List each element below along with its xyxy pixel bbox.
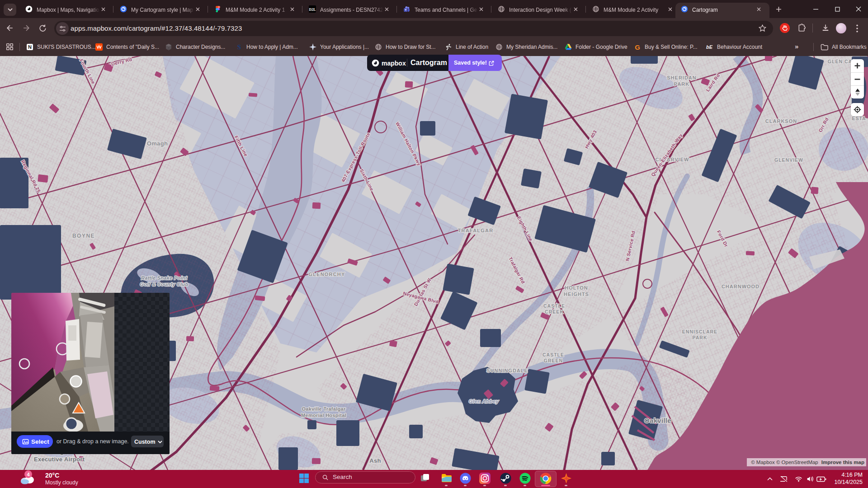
svg-text:CREEK: CREEK: [545, 309, 564, 314]
svg-text:CLARKSON: CLARKSON: [765, 118, 797, 124]
svg-text:TRAFALGAR: TRAFALGAR: [458, 228, 494, 233]
svg-text:BOYNE: BOYNE: [72, 233, 95, 239]
svg-text:PARK: PARK: [674, 81, 689, 87]
svg-text:bE: bE: [706, 44, 713, 50]
svg-text:GLENVIEW: GLENVIEW: [774, 157, 803, 163]
svg-text:G: G: [635, 43, 640, 51]
svg-text:SHERIDAN: SHERIDAN: [667, 75, 696, 80]
svg-text:D2L: D2L: [309, 8, 316, 12]
svg-text:HEIGHTS: HEIGHTS: [564, 291, 589, 297]
svg-text:Glen Abbey: Glen Abbey: [469, 399, 499, 404]
svg-text:Rattle Snake Point: Rattle Snake Point: [141, 275, 188, 281]
svg-text:HOLTON: HOLTON: [565, 285, 588, 291]
svg-text:Omagh: Omagh: [147, 140, 168, 147]
svg-text:CASTLE: CASTLE: [543, 303, 565, 309]
svg-text:CHARNWOOD: CHARNWOOD: [722, 284, 760, 289]
svg-text:ESTA: ESTA: [852, 116, 866, 121]
svg-text:S: S: [237, 43, 241, 51]
svg-text:T: T: [405, 9, 406, 11]
svg-text:Oakville Trafalgar: Oakville Trafalgar: [302, 406, 346, 412]
svg-text:ENNISCLARE: ENNISCLARE: [682, 329, 717, 334]
svg-text:GLENORCHY: GLENORCHY: [308, 272, 345, 277]
svg-text:Oakville: Oakville: [644, 417, 671, 424]
svg-text:N: N: [28, 44, 32, 50]
svg-text:Ash: Ash: [369, 457, 381, 464]
svg-text:Golf & County Club: Golf & County Club: [140, 282, 189, 287]
svg-text:GREEN: GREEN: [544, 358, 563, 363]
svg-text:CASTLE: CASTLE: [542, 352, 564, 357]
svg-text:PARK: PARK: [693, 335, 708, 340]
svg-text:Memorial Hospital: Memorial Hospital: [301, 413, 346, 418]
svg-text:Executive Airport: Executive Airport: [34, 456, 85, 463]
svg-text:SUNNINGDALE: SUNNINGDALE: [486, 368, 528, 373]
